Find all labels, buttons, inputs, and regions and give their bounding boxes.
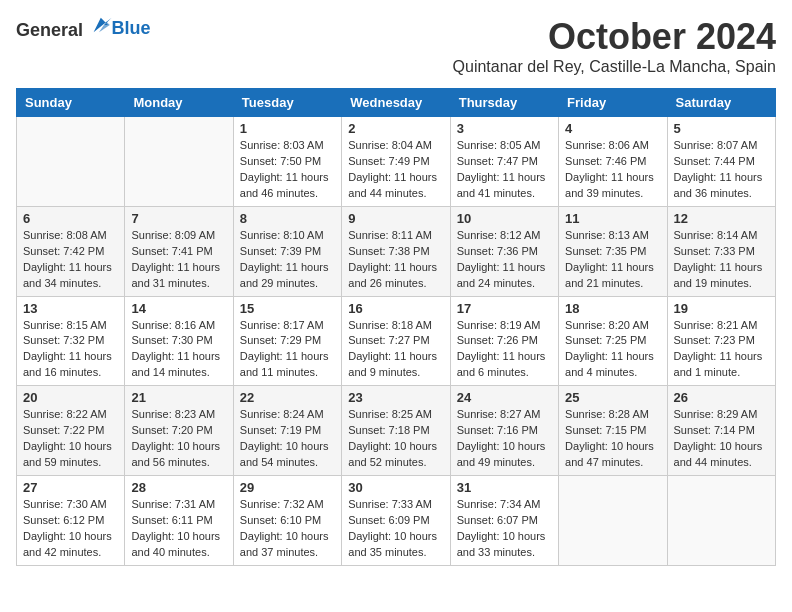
weekday-header-tuesday: Tuesday [233, 89, 341, 117]
day-number: 22 [240, 390, 335, 405]
day-number: 16 [348, 301, 443, 316]
calendar-cell: 25Sunrise: 8:28 AMSunset: 7:15 PMDayligh… [559, 386, 667, 476]
calendar-cell: 5Sunrise: 8:07 AMSunset: 7:44 PMDaylight… [667, 117, 775, 207]
day-info: Sunrise: 8:05 AMSunset: 7:47 PMDaylight:… [457, 138, 552, 202]
calendar-cell: 14Sunrise: 8:16 AMSunset: 7:30 PMDayligh… [125, 296, 233, 386]
day-number: 12 [674, 211, 769, 226]
day-number: 7 [131, 211, 226, 226]
calendar-cell: 1Sunrise: 8:03 AMSunset: 7:50 PMDaylight… [233, 117, 341, 207]
day-number: 18 [565, 301, 660, 316]
day-number: 30 [348, 480, 443, 495]
day-number: 17 [457, 301, 552, 316]
day-info: Sunrise: 8:25 AMSunset: 7:18 PMDaylight:… [348, 407, 443, 471]
day-number: 3 [457, 121, 552, 136]
day-info: Sunrise: 8:09 AMSunset: 7:41 PMDaylight:… [131, 228, 226, 292]
day-number: 25 [565, 390, 660, 405]
day-info: Sunrise: 7:31 AMSunset: 6:11 PMDaylight:… [131, 497, 226, 561]
day-info: Sunrise: 8:13 AMSunset: 7:35 PMDaylight:… [565, 228, 660, 292]
day-number: 24 [457, 390, 552, 405]
weekday-header-wednesday: Wednesday [342, 89, 450, 117]
day-info: Sunrise: 8:11 AMSunset: 7:38 PMDaylight:… [348, 228, 443, 292]
weekday-header-monday: Monday [125, 89, 233, 117]
calendar-cell: 20Sunrise: 8:22 AMSunset: 7:22 PMDayligh… [17, 386, 125, 476]
weekday-header-thursday: Thursday [450, 89, 558, 117]
day-number: 10 [457, 211, 552, 226]
day-info: Sunrise: 8:29 AMSunset: 7:14 PMDaylight:… [674, 407, 769, 471]
day-number: 14 [131, 301, 226, 316]
calendar-cell: 28Sunrise: 7:31 AMSunset: 6:11 PMDayligh… [125, 476, 233, 566]
day-info: Sunrise: 8:07 AMSunset: 7:44 PMDaylight:… [674, 138, 769, 202]
calendar-cell [667, 476, 775, 566]
day-info: Sunrise: 8:12 AMSunset: 7:36 PMDaylight:… [457, 228, 552, 292]
day-info: Sunrise: 8:14 AMSunset: 7:33 PMDaylight:… [674, 228, 769, 292]
day-number: 2 [348, 121, 443, 136]
day-info: Sunrise: 7:34 AMSunset: 6:07 PMDaylight:… [457, 497, 552, 561]
calendar-cell: 19Sunrise: 8:21 AMSunset: 7:23 PMDayligh… [667, 296, 775, 386]
day-info: Sunrise: 8:04 AMSunset: 7:49 PMDaylight:… [348, 138, 443, 202]
calendar-cell: 22Sunrise: 8:24 AMSunset: 7:19 PMDayligh… [233, 386, 341, 476]
calendar-cell: 16Sunrise: 8:18 AMSunset: 7:27 PMDayligh… [342, 296, 450, 386]
day-info: Sunrise: 8:08 AMSunset: 7:42 PMDaylight:… [23, 228, 118, 292]
calendar-cell: 10Sunrise: 8:12 AMSunset: 7:36 PMDayligh… [450, 206, 558, 296]
calendar-cell: 31Sunrise: 7:34 AMSunset: 6:07 PMDayligh… [450, 476, 558, 566]
day-number: 9 [348, 211, 443, 226]
day-number: 8 [240, 211, 335, 226]
day-number: 28 [131, 480, 226, 495]
day-number: 4 [565, 121, 660, 136]
calendar-cell: 4Sunrise: 8:06 AMSunset: 7:46 PMDaylight… [559, 117, 667, 207]
calendar-cell: 9Sunrise: 8:11 AMSunset: 7:38 PMDaylight… [342, 206, 450, 296]
calendar-cell: 3Sunrise: 8:05 AMSunset: 7:47 PMDaylight… [450, 117, 558, 207]
calendar-week-3: 13Sunrise: 8:15 AMSunset: 7:32 PMDayligh… [17, 296, 776, 386]
day-info: Sunrise: 7:32 AMSunset: 6:10 PMDaylight:… [240, 497, 335, 561]
logo: General Blue [16, 16, 151, 41]
logo-general-text: General [16, 20, 83, 40]
calendar-body: 1Sunrise: 8:03 AMSunset: 7:50 PMDaylight… [17, 117, 776, 566]
day-info: Sunrise: 7:30 AMSunset: 6:12 PMDaylight:… [23, 497, 118, 561]
day-info: Sunrise: 8:28 AMSunset: 7:15 PMDaylight:… [565, 407, 660, 471]
calendar-week-4: 20Sunrise: 8:22 AMSunset: 7:22 PMDayligh… [17, 386, 776, 476]
day-info: Sunrise: 8:06 AMSunset: 7:46 PMDaylight:… [565, 138, 660, 202]
calendar-cell: 27Sunrise: 7:30 AMSunset: 6:12 PMDayligh… [17, 476, 125, 566]
day-number: 15 [240, 301, 335, 316]
day-number: 31 [457, 480, 552, 495]
weekday-header-friday: Friday [559, 89, 667, 117]
day-info: Sunrise: 8:27 AMSunset: 7:16 PMDaylight:… [457, 407, 552, 471]
calendar-table: SundayMondayTuesdayWednesdayThursdayFrid… [16, 88, 776, 566]
calendar-cell: 17Sunrise: 8:19 AMSunset: 7:26 PMDayligh… [450, 296, 558, 386]
day-number: 11 [565, 211, 660, 226]
day-number: 29 [240, 480, 335, 495]
calendar-week-1: 1Sunrise: 8:03 AMSunset: 7:50 PMDaylight… [17, 117, 776, 207]
logo-icon [90, 16, 114, 36]
day-number: 13 [23, 301, 118, 316]
weekday-header-saturday: Saturday [667, 89, 775, 117]
day-info: Sunrise: 8:19 AMSunset: 7:26 PMDaylight:… [457, 318, 552, 382]
day-info: Sunrise: 8:16 AMSunset: 7:30 PMDaylight:… [131, 318, 226, 382]
day-info: Sunrise: 8:18 AMSunset: 7:27 PMDaylight:… [348, 318, 443, 382]
calendar-week-2: 6Sunrise: 8:08 AMSunset: 7:42 PMDaylight… [17, 206, 776, 296]
day-info: Sunrise: 8:15 AMSunset: 7:32 PMDaylight:… [23, 318, 118, 382]
weekday-header-row: SundayMondayTuesdayWednesdayThursdayFrid… [17, 89, 776, 117]
calendar-cell: 30Sunrise: 7:33 AMSunset: 6:09 PMDayligh… [342, 476, 450, 566]
day-info: Sunrise: 8:21 AMSunset: 7:23 PMDaylight:… [674, 318, 769, 382]
day-info: Sunrise: 8:24 AMSunset: 7:19 PMDaylight:… [240, 407, 335, 471]
calendar-cell: 26Sunrise: 8:29 AMSunset: 7:14 PMDayligh… [667, 386, 775, 476]
calendar-cell [17, 117, 125, 207]
location-title: Quintanar del Rey, Castille-La Mancha, S… [453, 58, 776, 76]
day-info: Sunrise: 8:17 AMSunset: 7:29 PMDaylight:… [240, 318, 335, 382]
calendar-cell [559, 476, 667, 566]
calendar-cell: 21Sunrise: 8:23 AMSunset: 7:20 PMDayligh… [125, 386, 233, 476]
calendar-cell: 13Sunrise: 8:15 AMSunset: 7:32 PMDayligh… [17, 296, 125, 386]
day-number: 23 [348, 390, 443, 405]
day-number: 1 [240, 121, 335, 136]
day-number: 21 [131, 390, 226, 405]
day-info: Sunrise: 8:03 AMSunset: 7:50 PMDaylight:… [240, 138, 335, 202]
calendar-cell: 15Sunrise: 8:17 AMSunset: 7:29 PMDayligh… [233, 296, 341, 386]
calendar-week-5: 27Sunrise: 7:30 AMSunset: 6:12 PMDayligh… [17, 476, 776, 566]
calendar-cell: 6Sunrise: 8:08 AMSunset: 7:42 PMDaylight… [17, 206, 125, 296]
day-number: 20 [23, 390, 118, 405]
day-info: Sunrise: 8:10 AMSunset: 7:39 PMDaylight:… [240, 228, 335, 292]
calendar-cell: 29Sunrise: 7:32 AMSunset: 6:10 PMDayligh… [233, 476, 341, 566]
day-info: Sunrise: 8:22 AMSunset: 7:22 PMDaylight:… [23, 407, 118, 471]
calendar-cell: 24Sunrise: 8:27 AMSunset: 7:16 PMDayligh… [450, 386, 558, 476]
day-number: 27 [23, 480, 118, 495]
